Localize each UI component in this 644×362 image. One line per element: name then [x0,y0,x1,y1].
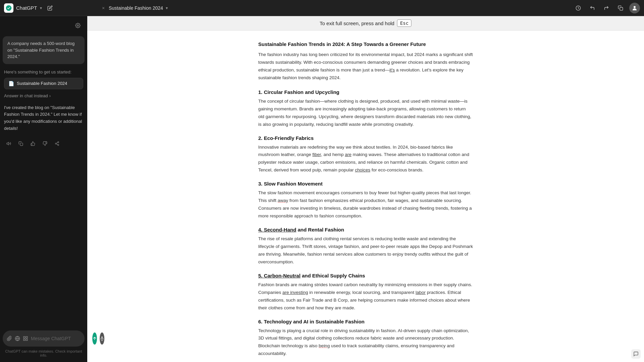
chevron-right-icon: › [49,93,51,98]
content-area: To exit full screen, press and hold Esc … [87,16,644,362]
chat-bubble: A company needs a 500-word blog on "Sust… [3,36,85,64]
chatgpt-logo [4,3,13,13]
blog-content: Sustainable Fashion Trends in 2024: A St… [245,31,487,362]
close-tab-button[interactable] [99,4,107,12]
section-text-3: The slow fashion movement encourages con… [258,189,473,220]
section-text-2: Innovative materials are redefining the … [258,144,473,174]
app-name: ChatGPT [16,5,37,11]
main-layout: A company needs a 500-word blog on "Sust… [0,16,644,362]
thumbs-down-icon[interactable] [40,139,50,148]
svg-marker-7 [7,142,8,145]
action-icons-row [4,138,83,150]
doc-icon: 📄 [8,81,14,86]
svg-point-10 [55,143,57,144]
message-input[interactable] [31,336,90,341]
fullscreen-banner: To exit full screen, press and hold Esc [87,16,644,31]
bottom-input-container: ChatGPT can make mistakes. Check importa… [0,328,87,362]
suggestion-label: Here's something to get us started: [4,69,83,74]
svg-rect-8 [20,143,23,146]
tab-chevron-icon: ▾ [166,6,168,10]
svg-line-13 [56,142,58,143]
ai-response-text: I've created the blog on "Sustainable Fa… [4,104,83,132]
blog-intro: The fashion industry has long been criti… [258,51,473,82]
choices-link: choices [355,167,370,172]
top-bar-center: Sustainable Fashion 2024 ▾ [94,4,570,12]
settings-icon[interactable] [72,20,83,31]
answer-in-chat-link[interactable]: Answer in chat instead › [4,92,83,100]
user-avatar[interactable] [629,3,640,13]
away-link: away [278,198,288,203]
undo-icon[interactable] [587,3,598,13]
sidebar: A company needs a 500-word blog on "Sust… [0,16,87,362]
svg-point-9 [58,142,59,143]
volume-icon[interactable] [4,139,13,148]
section-heading-6: 6. Technology and AI in Sustainable Fash… [258,319,473,324]
svg-point-6 [77,25,79,26]
history-icon[interactable] [573,3,584,13]
svg-point-11 [58,144,59,146]
blog-title: Sustainable Fashion Trends in 2024: A St… [258,41,473,47]
svg-line-12 [56,144,58,145]
section-text-6: Technology is playing a crucial role in … [258,327,473,358]
second-hand-link: 4. Second-Hand [258,227,296,232]
svg-rect-4 [620,7,623,10]
app-chevron-icon: ▾ [40,6,42,10]
globe-icon[interactable] [15,333,20,344]
svg-rect-16 [23,337,25,338]
thumbs-up-icon[interactable] [28,139,38,148]
input-row [3,330,85,347]
are-link: are [345,152,352,157]
section-heading-4: 4. Second-Hand and Rental Fashion [258,227,473,232]
its-link: it's [389,67,395,72]
carbon-neutral-link: 5. Carbon-Neutral [258,273,301,278]
svg-rect-19 [23,339,25,341]
copy-response-icon[interactable] [16,139,26,148]
edit-icon[interactable] [45,3,55,13]
copy-icon[interactable] [615,3,626,13]
suggestion-button[interactable]: 📄 Sustainable Fashion 2024 [4,78,83,89]
are-investing-link: are investing [283,290,308,295]
svg-point-5 [634,6,636,8]
section-heading-3: 3. Slow Fashion Movement [258,181,473,187]
share-icon[interactable] [52,139,62,148]
disclaimer: ChatGPT can make mistakes. Check importa… [3,349,85,357]
suggestion-area: Here's something to get us started: 📄 Su… [3,69,85,150]
svg-rect-18 [26,339,28,341]
fiber-link: fiber [312,152,321,157]
section-heading-2: 2. Eco-Friendly Fabrics [258,135,473,141]
top-bar-right [573,3,640,13]
svg-rect-17 [26,337,28,338]
apps-icon[interactable] [23,333,28,344]
section-text-1: The concept of circular fashion—where cl… [258,98,473,128]
being-link: being [319,343,330,348]
section-heading-5: 5. Carbon-Neutral and Ethical Supply Cha… [258,273,473,278]
send-button[interactable] [92,332,97,345]
top-bar-left: ChatGPT ▾ [4,3,91,13]
section-text-4: The rise of resale platforms and clothin… [258,235,473,266]
top-bar: ChatGPT ▾ Sustainable Fashion 2024 ▾ [0,0,644,16]
tab-title: Sustainable Fashion 2024 [109,5,163,11]
esc-key: Esc [397,19,411,27]
sidebar-top-icons [3,20,85,31]
mic-button[interactable] [100,332,104,345]
attach-icon[interactable] [7,333,12,344]
labor-link: labor [415,290,426,295]
right-side-icon[interactable] [631,349,641,359]
section-text-5: Fashion brands are making strides toward… [258,281,473,312]
redo-icon[interactable] [601,3,612,13]
section-heading-1: 1. Circular Fashion and Upcycling [258,89,473,95]
